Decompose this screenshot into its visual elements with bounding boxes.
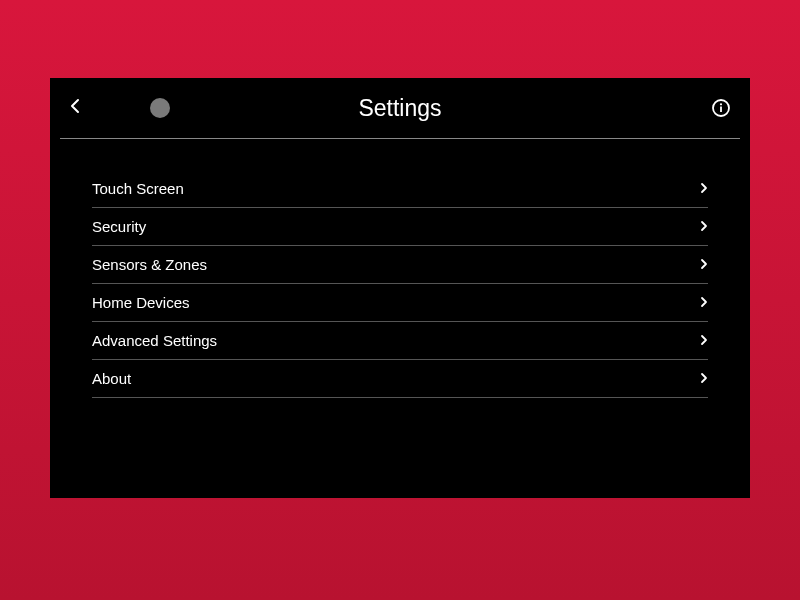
menu-item-label: Sensors & Zones: [92, 256, 207, 273]
chevron-right-icon: [700, 220, 708, 232]
menu-item-label: About: [92, 370, 131, 387]
svg-rect-2: [720, 106, 722, 112]
menu-item-label: Advanced Settings: [92, 332, 217, 349]
menu-item-home-devices[interactable]: Home Devices: [92, 284, 708, 322]
settings-menu: Touch Screen Security Sensors & Zones Ho…: [92, 170, 708, 398]
chevron-right-icon: [700, 182, 708, 194]
page-title: Settings: [358, 94, 441, 121]
menu-item-about[interactable]: About: [92, 360, 708, 398]
header: Settings: [50, 78, 750, 138]
chevron-right-icon: [700, 296, 708, 308]
chevron-left-icon: [70, 98, 80, 114]
menu-item-label: Security: [92, 218, 146, 235]
menu-item-sensors-zones[interactable]: Sensors & Zones: [92, 246, 708, 284]
chevron-right-icon: [700, 372, 708, 384]
info-button[interactable]: [712, 99, 730, 117]
back-button[interactable]: [70, 98, 80, 118]
menu-item-security[interactable]: Security: [92, 208, 708, 246]
menu-item-label: Home Devices: [92, 294, 190, 311]
info-icon: [712, 99, 730, 117]
header-divider: [60, 138, 740, 139]
menu-item-touch-screen[interactable]: Touch Screen: [92, 170, 708, 208]
svg-point-1: [720, 103, 722, 105]
settings-panel: Settings Touch Screen Security Sensors &…: [50, 78, 750, 498]
status-dot: [150, 98, 170, 118]
menu-item-advanced-settings[interactable]: Advanced Settings: [92, 322, 708, 360]
chevron-right-icon: [700, 258, 708, 270]
chevron-right-icon: [700, 334, 708, 346]
menu-item-label: Touch Screen: [92, 180, 184, 197]
